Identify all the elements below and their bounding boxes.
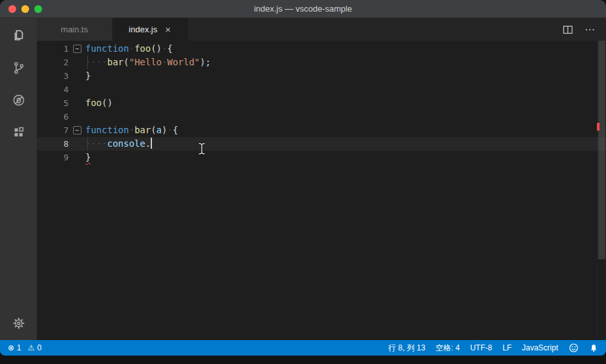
extensions-icon bbox=[11, 125, 27, 140]
fold-column bbox=[69, 83, 85, 96]
code-line[interactable]: 1−function·foo()·{ bbox=[37, 42, 606, 56]
encoding-status[interactable]: UTF-8 bbox=[470, 343, 492, 352]
code-line[interactable]: 3} bbox=[37, 69, 606, 83]
code-token: () bbox=[151, 43, 162, 54]
fold-column bbox=[69, 137, 85, 151]
error-icon: ⊗ bbox=[8, 343, 14, 352]
code-token: ···· bbox=[85, 57, 107, 67]
error-count: 1 bbox=[17, 343, 21, 352]
feedback-smiley-icon[interactable] bbox=[568, 343, 579, 353]
editor-actions: ⋯ bbox=[563, 18, 606, 41]
files-icon bbox=[11, 28, 27, 43]
code-token: foo bbox=[135, 43, 151, 54]
code-token: · bbox=[129, 125, 134, 135]
problems-status[interactable]: ⊗ 1 ⚠ 0 bbox=[8, 343, 41, 352]
sidebar-item-extensions[interactable] bbox=[10, 123, 28, 142]
eol-status[interactable]: LF bbox=[503, 343, 512, 352]
indent-guide bbox=[87, 137, 88, 151]
fold-column bbox=[69, 69, 85, 83]
code-line-content: ····console. bbox=[85, 137, 606, 151]
code-editor[interactable]: 1−function·foo()·{2····bar("Hello·World"… bbox=[37, 41, 606, 340]
zoom-window-button[interactable] bbox=[34, 5, 42, 13]
code-token: foo bbox=[85, 98, 102, 108]
fold-column bbox=[69, 110, 85, 123]
code-token: { bbox=[173, 125, 178, 135]
overview-ruler-error-mark bbox=[597, 123, 600, 131]
code-token: () bbox=[102, 98, 113, 108]
status-bar: ⊗ 1 ⚠ 0 行 8, 列 13 空格: 4 UTF-8 LF JavaScr… bbox=[0, 340, 606, 356]
line-number: 3 bbox=[37, 69, 69, 83]
code-line-content: } bbox=[85, 151, 606, 164]
tab-label: index.js bbox=[129, 25, 157, 34]
sidebar-item-source-control[interactable] bbox=[10, 59, 28, 77]
code-token: . bbox=[146, 138, 151, 149]
line-number: 8 bbox=[37, 137, 69, 151]
activity-bar bbox=[0, 18, 37, 340]
code-line-content bbox=[85, 83, 606, 96]
scrollbar-thumb[interactable] bbox=[598, 41, 605, 259]
text-caret bbox=[151, 138, 152, 149]
minimize-window-button[interactable] bbox=[21, 5, 29, 13]
fold-column bbox=[69, 56, 85, 69]
code-line-content: } bbox=[85, 69, 606, 83]
code-token: World" bbox=[167, 57, 200, 67]
code-line[interactable]: 6 bbox=[37, 110, 606, 123]
code-line-content: function·bar(a)·{ bbox=[85, 123, 606, 137]
code-line-content bbox=[85, 110, 606, 123]
code-token: ); bbox=[200, 57, 211, 67]
close-window-button[interactable] bbox=[8, 5, 16, 13]
line-number: 9 bbox=[37, 151, 69, 164]
code-line[interactable]: 4 bbox=[37, 83, 606, 96]
git-branch-icon bbox=[11, 60, 27, 76]
fold-column bbox=[69, 151, 85, 164]
code-token: ···· bbox=[85, 138, 107, 149]
fold-column: − bbox=[69, 123, 85, 137]
debug-icon bbox=[11, 92, 27, 108]
fold-column: − bbox=[69, 42, 85, 56]
fold-column bbox=[69, 96, 85, 110]
code-token: bar bbox=[135, 125, 151, 135]
language-mode-status[interactable]: JavaScript bbox=[522, 343, 558, 352]
code-line[interactable]: 2····bar("Hello·World"); bbox=[37, 56, 606, 69]
settings-button[interactable] bbox=[10, 314, 28, 332]
gear-icon bbox=[11, 316, 27, 331]
indentation-status[interactable]: 空格: 4 bbox=[436, 343, 460, 354]
code-area: 1−function·foo()·{2····bar("Hello·World"… bbox=[37, 42, 606, 164]
split-editor-icon[interactable] bbox=[563, 25, 573, 34]
code-token: · bbox=[167, 125, 172, 135]
line-number: 7 bbox=[37, 123, 69, 137]
tab-index-js[interactable]: index.js × bbox=[113, 18, 188, 41]
line-number: 2 bbox=[37, 56, 69, 69]
code-line-content: foo() bbox=[85, 96, 606, 110]
code-line-content: ····bar("Hello·World"); bbox=[85, 56, 606, 69]
code-token: · bbox=[129, 43, 134, 54]
line-number: 1 bbox=[37, 42, 69, 56]
notifications-bell-icon[interactable] bbox=[589, 343, 598, 353]
code-token: function bbox=[85, 125, 129, 135]
code-token: } bbox=[85, 70, 91, 81]
code-line[interactable]: 8····console. bbox=[37, 137, 606, 151]
sidebar-item-debug[interactable] bbox=[10, 91, 28, 109]
warning-icon: ⚠ bbox=[28, 343, 35, 352]
line-number: 5 bbox=[37, 96, 69, 110]
code-token: } bbox=[85, 152, 91, 162]
traffic-lights bbox=[0, 5, 42, 13]
code-line[interactable]: 7−function·bar(a)·{ bbox=[37, 123, 606, 137]
code-line-content: function·foo()·{ bbox=[85, 42, 606, 56]
fold-icon[interactable]: − bbox=[73, 45, 81, 53]
fold-icon[interactable]: − bbox=[73, 126, 81, 134]
tab-label: main.ts bbox=[61, 25, 88, 34]
more-actions-icon[interactable]: ⋯ bbox=[585, 23, 596, 36]
code-token: bar bbox=[107, 57, 124, 67]
warning-count: 0 bbox=[38, 343, 42, 352]
editor-group: main.ts index.js × ⋯ 1−function·foo()·{2… bbox=[37, 18, 606, 340]
indent-guide bbox=[87, 56, 88, 69]
close-tab-icon[interactable]: × bbox=[164, 25, 172, 34]
code-token: console bbox=[107, 138, 146, 149]
tab-main-ts[interactable]: main.ts bbox=[37, 18, 113, 41]
code-line[interactable]: 9} bbox=[37, 151, 606, 164]
cursor-position-status[interactable]: 行 8, 列 13 bbox=[388, 343, 425, 354]
vscode-window: index.js — vscode-sample bbox=[0, 0, 606, 356]
code-line[interactable]: 5foo() bbox=[37, 96, 606, 110]
sidebar-item-explorer[interactable] bbox=[10, 27, 28, 45]
